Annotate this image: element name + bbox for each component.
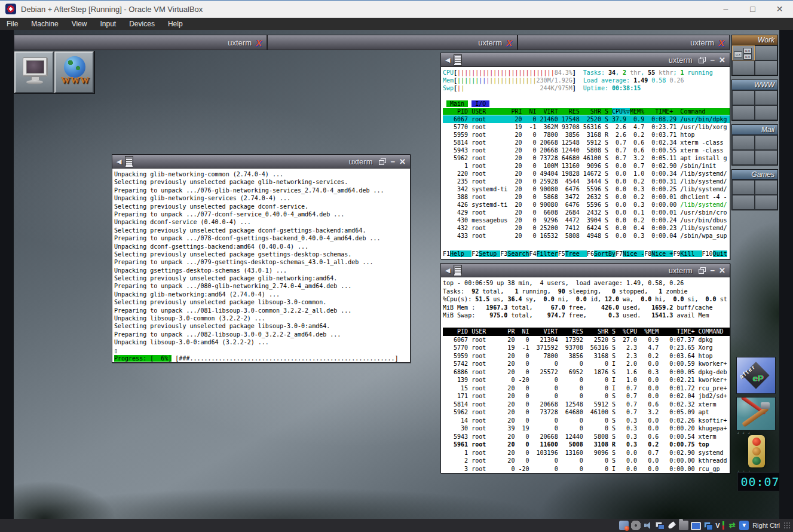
terminal-line: 2 root 20 0 0 0 0 S 0.0 0.0 0:00.00 kthr… [443, 457, 730, 465]
pager-viewport-www-2[interactable] [755, 90, 777, 105]
optical-drive-icon[interactable] [631, 521, 641, 530]
maximize-icon[interactable] [699, 57, 706, 63]
pager-desk-games-header[interactable]: Games [732, 170, 777, 180]
pager-viewport-games-4[interactable] [755, 195, 777, 210]
terminal-line: PID USER PRI NI VIRT RES SHR S CPU%▽MEM%… [443, 108, 730, 115]
shade-icon[interactable]: − [711, 56, 715, 65]
virtualization-features-icon[interactable]: V [715, 521, 725, 530]
vbox-minimize-button[interactable]: – [712, 1, 739, 18]
afterstep-desktop[interactable]: tep uxterm X uxterm X uxterm X WWW ◀ uxt… [14, 30, 779, 519]
window-title: uxterm [349, 157, 376, 166]
keyboard-capture-icon[interactable]: ▼ [739, 521, 749, 530]
terminal-line: 15 root 20 0 0 0 0 I 0.7 0.0 0:01.72 rcu… [443, 384, 730, 393]
pager-desk-work-header[interactable]: Work [732, 35, 777, 45]
window-menu-icon[interactable] [454, 54, 462, 66]
close-icon[interactable]: ✕ [399, 157, 406, 166]
afterstep-logo-tile[interactable]: after eP [736, 357, 776, 394]
terminal-line: 5943 root 20 0 20668 12440 5808 S 0.7 0.… [443, 146, 730, 154]
apt-terminal-window[interactable]: ◀ uxterm − ✕ Unpacking glib-networking-c… [112, 154, 411, 363]
top-terminal-window[interactable]: ◀ uxterm − ✕ top - 00:06:59 up 38 min, 4… [440, 263, 730, 473]
wharf-www-button[interactable]: WWW [54, 51, 94, 93]
resize-grip[interactable] [783, 522, 791, 530]
pager-viewport-games-3[interactable] [732, 195, 755, 210]
maximize-icon[interactable] [379, 158, 386, 165]
shade-icon[interactable]: − [391, 157, 396, 166]
terminal-line: Selecting previously unselected package … [114, 178, 410, 186]
mouse-integration-icon[interactable]: ⇄ [727, 521, 737, 530]
top-window-titlebar[interactable]: ◀ uxterm − ✕ [441, 264, 730, 277]
shared-folders-icon[interactable] [679, 521, 688, 530]
vbox-close-button[interactable]: ✕ [766, 1, 793, 18]
pager-viewport-www-1[interactable] [732, 90, 755, 105]
terminal-line: Selecting previously unselected package … [114, 322, 410, 330]
pager-viewport-games-2[interactable] [755, 180, 777, 195]
asclock-time: 00:07 [737, 472, 779, 491]
window-menu-icon[interactable] [454, 265, 462, 276]
pager-viewport-www-4[interactable] [755, 105, 777, 120]
mini-window: u.x [743, 54, 752, 60]
apt-terminal-content[interactable]: Unpacking glib-networking-common (2.74.0… [112, 169, 410, 362]
apt-window-titlebar[interactable]: ◀ uxterm − ✕ [112, 155, 410, 169]
window-menu-icon[interactable] [125, 156, 133, 167]
terminal-line: Selecting previously unselected package … [114, 227, 410, 234]
close-icon[interactable]: ✕ [719, 56, 725, 65]
globe-icon [64, 56, 85, 78]
pager-viewport-work-4[interactable] [755, 60, 777, 75]
menu-machine[interactable]: Machine [25, 18, 65, 30]
terminal-line: Unpacking glib-networking-common (2.74.0… [114, 170, 410, 178]
pager-viewport-www-3[interactable] [732, 105, 755, 120]
htop-function-key-bar[interactable]: F1Help F2Setup F3SearchF4FilterF5Tree F6… [443, 250, 730, 258]
tools-app-tile[interactable] [736, 397, 776, 430]
menu-file[interactable]: File [0, 18, 25, 30]
usb-icon[interactable] [668, 521, 676, 530]
top-terminal-content[interactable]: top - 00:06:59 up 38 min, 4 users, load … [441, 277, 730, 473]
terminal-line: Swp[|| 244K/975M] Uptime: 00:38:15 [443, 84, 730, 92]
network-icon[interactable] [655, 521, 665, 530]
shaded-window-uxterm-2[interactable]: uxterm X [267, 35, 518, 50]
crt-monitor-icon [23, 57, 48, 77]
pager-viewport-mail-4[interactable] [755, 150, 777, 165]
hard-disk-activity-icon[interactable] [619, 521, 629, 530]
window-back-arrow-icon[interactable]: ◀ [117, 158, 121, 166]
terminal-line: 426 systemd-ti 20 0 90080 6476 5596 S 0.… [443, 201, 730, 209]
htop-window-titlebar[interactable]: ◀ uxterm − ✕ [441, 53, 730, 67]
terminal-line: 14 root 20 0 0 0 0 S 0.3 0.0 0:02.26 kso… [443, 417, 730, 425]
htop-terminal-content[interactable]: CPU[|||||||||||||||||||||||||||84.3%] Ta… [441, 67, 730, 259]
terminal-line: Selecting previously unselected package … [114, 203, 410, 210]
pager-viewport-mail-3[interactable] [732, 150, 755, 165]
terminal-line: 5814 root 20 0 20668 12548 5912 S 0.7 0.… [443, 139, 730, 146]
window-back-arrow-icon[interactable]: ◀ [445, 56, 450, 64]
pager-viewport-mail-2[interactable] [755, 135, 777, 150]
maximize-icon[interactable] [699, 267, 706, 274]
shade-icon[interactable]: − [711, 266, 715, 275]
traffic-light-app-tile[interactable] [736, 434, 774, 469]
wharf-dock: WWW [14, 51, 95, 94]
htop-terminal-window[interactable]: ◀ uxterm − ✕ CPU[|||||||||||||||||||||||… [440, 53, 730, 259]
menu-help[interactable]: Help [161, 18, 189, 30]
wharf-terminal-button[interactable] [14, 51, 54, 93]
pager-dock: Work u.x u.x u.x WWW Mail [731, 35, 778, 214]
terminal-line: 6067 root 20 0 21460 17548 2520 S 37.9 0… [443, 115, 730, 123]
menu-input[interactable]: Input [94, 18, 123, 30]
display-icon[interactable] [691, 522, 701, 530]
pager-viewport-mail-1[interactable] [732, 135, 755, 150]
pager-viewport-work-1[interactable]: u.x u.x u.x [732, 45, 755, 60]
pager-desk-www-header[interactable]: WWW [732, 80, 777, 90]
recording-icon[interactable] [703, 521, 713, 530]
vbox-titlebar[interactable]: Debian + AfterStep [Running] - Oracle VM… [0, 0, 793, 18]
close-icon[interactable]: ✕ [719, 266, 725, 275]
menu-view[interactable]: View [65, 18, 94, 30]
audio-icon[interactable] [643, 521, 653, 530]
virtualbox-logo-icon [5, 4, 16, 14]
terminal-line: Selecting previously unselected package … [114, 250, 410, 258]
menu-devices[interactable]: Devices [123, 18, 161, 30]
pager-viewport-games-1[interactable] [732, 180, 755, 195]
shaded-window-uxterm-3[interactable]: uxterm X [518, 35, 730, 50]
pager-desk-mail-header[interactable]: Mail [732, 125, 777, 135]
shaded-window-uxterm-1[interactable]: uxterm X [14, 35, 267, 50]
window-back-arrow-icon[interactable]: ◀ [445, 267, 450, 274]
terminal-line: Preparing to unpack .../078-dconf-gsetti… [114, 234, 410, 242]
pager-viewport-work-3[interactable] [732, 60, 755, 75]
pager-viewport-work-2[interactable] [755, 45, 777, 60]
vbox-maximize-button[interactable]: □ [739, 1, 766, 18]
